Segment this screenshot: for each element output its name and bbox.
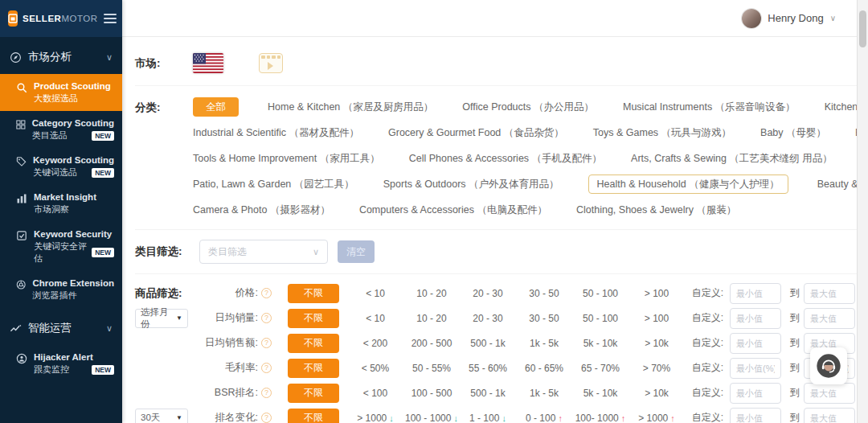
bsr-rank-unlimited-button[interactable]: 不限	[288, 384, 339, 403]
rank-change-range-option[interactable]: > 1000 ↑	[628, 413, 685, 423]
daily-sales-min-input[interactable]	[730, 308, 781, 329]
customer-service-button[interactable]	[810, 347, 847, 384]
price-range-option[interactable]: 30 - 50	[516, 288, 572, 299]
category-item[interactable]: Sports & Outdoors （户外及体育用品）	[383, 175, 559, 194]
sidebar-item-hijacker-alert[interactable]: Hijacker Alert跟卖监控NEW	[0, 345, 122, 382]
new-badge: NEW	[92, 168, 114, 178]
bsr-rank-range-option[interactable]: 1k - 5k	[516, 388, 572, 399]
item-label-en: Keyword Security	[34, 228, 114, 240]
daily-revenue-unlimited-button[interactable]: 不限	[288, 334, 339, 353]
bsr-rank-max-input[interactable]	[804, 383, 855, 404]
info-icon[interactable]: ?	[261, 413, 272, 423]
hamburger-menu-icon[interactable]	[102, 12, 118, 25]
daily-sales-range-option[interactable]: 20 - 30	[460, 313, 516, 324]
category-filter-select[interactable]: 类目筛选 ∨	[199, 240, 328, 264]
daily-sales-range-option[interactable]: 50 - 100	[572, 313, 628, 324]
scrollbar-thumb[interactable]	[859, 10, 866, 47]
gross-margin-min-input[interactable]	[730, 358, 781, 379]
rank-change-range-option[interactable]: 0 - 100 ↑	[516, 413, 572, 423]
item-label-en: Chrome Extension	[32, 277, 114, 290]
bsr-rank-range-option[interactable]: 5k - 10k	[572, 388, 628, 399]
category-item[interactable]: Home & Kitchen （家居及厨房用品）	[268, 97, 433, 117]
rank-change-range-option[interactable]: 100- 1000 ↑	[572, 413, 628, 423]
gross-margin-range-option[interactable]: 55 - 60%	[460, 363, 516, 374]
category-item[interactable]: Cell Phones & Accessories （手机及配件）	[409, 149, 602, 168]
sidebar-item-product-scouting[interactable]: Product Scouting大数据选品	[0, 74, 122, 111]
info-icon[interactable]: ?	[261, 338, 272, 348]
daily-sales-range-option[interactable]: < 10	[347, 313, 403, 324]
daily-sales-period-select[interactable]: 选择月份▼	[135, 309, 188, 328]
category-item[interactable]: Arts, Crafts & Sewing （工艺美术缝纫 用品）	[631, 149, 833, 168]
gross-margin-range-option[interactable]: 50 - 55%	[403, 363, 460, 374]
bsr-rank-range-option[interactable]: < 100	[347, 388, 403, 399]
price-unlimited-button[interactable]: 不限	[288, 284, 339, 303]
sidebar-section-market-analysis[interactable]: 市场分析∨	[0, 37, 122, 74]
video-guide-icon[interactable]	[259, 53, 283, 73]
rank-change-period-select[interactable]: 30天▼	[135, 409, 188, 423]
category-all-button[interactable]: 全部	[193, 97, 239, 117]
daily-revenue-min-input[interactable]	[730, 333, 781, 354]
scrollbar[interactable]	[857, 0, 868, 423]
daily-revenue-range-option[interactable]: 200 - 500	[403, 338, 460, 349]
category-item[interactable]: Toys & Games （玩具与游戏）	[593, 123, 731, 142]
category-item[interactable]: Patio, Lawn & Garden （园艺工具）	[193, 175, 354, 194]
us-flag-icon[interactable]	[193, 53, 223, 73]
rank-change-max-input[interactable]	[804, 408, 855, 423]
rank-change-range-option[interactable]: 100 - 1000 ↓	[403, 413, 460, 423]
bsr-rank-min-input[interactable]	[730, 383, 781, 404]
category-item[interactable]: Office Products （办公用品）	[462, 97, 594, 117]
rank-change-range-option[interactable]: 1 - 100 ↓	[460, 413, 516, 423]
price-max-input[interactable]	[804, 283, 855, 304]
price-range-option[interactable]: 20 - 30	[460, 288, 516, 299]
rank-change-unlimited-button[interactable]: 不限	[288, 409, 339, 423]
category-item[interactable]: Camera & Photo （摄影器材）	[193, 200, 330, 220]
price-min-input[interactable]	[730, 283, 781, 304]
gross-margin-range-option[interactable]: 65 - 70%	[572, 363, 628, 374]
category-item[interactable]: Clothing, Shoes & Jewelry （服装）	[576, 200, 736, 220]
user-menu[interactable]: Henry Dong ∨	[742, 9, 836, 28]
daily-sales-unlimited-button[interactable]: 不限	[288, 309, 339, 328]
info-icon[interactable]: ?	[261, 288, 272, 298]
bsr-rank-range-option[interactable]: > 10k	[628, 388, 685, 399]
rank-change-min-input[interactable]	[730, 408, 781, 423]
info-icon[interactable]: ?	[261, 313, 272, 323]
category-item[interactable]: Tools & Home Improvement （家用工具）	[193, 149, 380, 168]
gross-margin-unlimited-button[interactable]: 不限	[288, 359, 339, 378]
price-range-option[interactable]: 10 - 20	[403, 288, 460, 299]
rank-change-range-option[interactable]: > 1000 ↓	[347, 413, 403, 423]
daily-revenue-range-option[interactable]: > 10k	[628, 338, 685, 349]
category-item[interactable]: Industrial & Scientific （器材及配件）	[193, 123, 359, 142]
daily-revenue-range-option[interactable]: 5k - 10k	[572, 338, 628, 349]
daily-revenue-range-option[interactable]: < 200	[347, 338, 403, 349]
daily-sales-range-option[interactable]: > 100	[628, 313, 685, 324]
daily-revenue-range-option[interactable]: 1k - 5k	[516, 338, 572, 349]
gross-margin-range-option[interactable]: > 70%	[628, 363, 685, 374]
category-item-selected[interactable]: Health & Household （健康与个人护理）	[588, 175, 788, 194]
daily-sales-range-option[interactable]: 30 - 50	[516, 313, 572, 324]
price-range-option[interactable]: < 10	[347, 288, 403, 299]
sidebar-item-keyword-scouting[interactable]: Keyword Scouting关键词选品NEW	[0, 148, 122, 185]
price-range-option[interactable]: > 100	[628, 288, 685, 299]
info-icon[interactable]: ?	[261, 363, 272, 373]
category-item[interactable]: Baby （母婴）	[760, 123, 826, 142]
category-item[interactable]: Grocery & Gourmet Food （食品杂货）	[388, 123, 564, 142]
daily-revenue-range-option[interactable]: 500 - 1k	[460, 338, 516, 349]
bsr-rank-label: BSR排名:?	[203, 386, 280, 400]
sidebar-item-category-scouting[interactable]: Category Scouting类目选品NEW	[0, 111, 122, 148]
info-icon[interactable]: ?	[261, 388, 272, 398]
category-item[interactable]: Musical Instruments （乐器音响设备）	[623, 97, 796, 117]
sidebar-item-keyword-security[interactable]: Keyword Security关键词安全评估NEW	[0, 222, 122, 271]
clear-button[interactable]: 清空	[338, 240, 375, 263]
sidebar-section-smart-operation[interactable]: 智能运营∨	[0, 308, 122, 345]
sidebar-item-market-insight[interactable]: Market Insight市场洞察	[0, 185, 122, 222]
bsr-rank-range-option[interactable]: 500 - 1k	[460, 388, 516, 399]
sidebar-item-chrome-extension[interactable]: Chrome Extension浏览器插件	[0, 271, 122, 308]
item-label-zh: 跟卖监控	[34, 363, 69, 376]
category-item[interactable]: Computers & Accessories （电脑及配件）	[359, 200, 547, 220]
daily-sales-range-option[interactable]: 10 - 20	[403, 313, 460, 324]
price-range-option[interactable]: 50 - 100	[572, 288, 628, 299]
bsr-rank-range-option[interactable]: 100 - 500	[403, 388, 460, 399]
daily-sales-max-input[interactable]	[804, 308, 855, 329]
gross-margin-range-option[interactable]: 60 - 65%	[516, 363, 572, 374]
gross-margin-range-option[interactable]: < 50%	[347, 363, 403, 374]
